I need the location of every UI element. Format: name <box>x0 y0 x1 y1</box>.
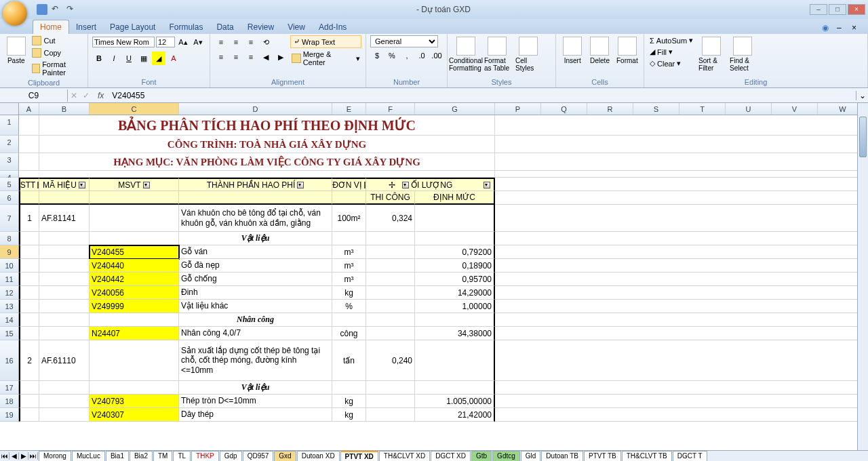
orientation-button[interactable]: ⟲ <box>259 35 273 49</box>
align-top-button[interactable]: ≡ <box>214 35 228 49</box>
cell[interactable]: Thép tròn D<=10mm <box>179 395 332 408</box>
cell[interactable] <box>366 313 415 327</box>
cell[interactable] <box>39 327 90 340</box>
cell[interactable]: Sản xuất lắp dựng cốt thép bê tông tại c… <box>179 340 332 381</box>
merge-center-button[interactable]: Merge & Center ▾ <box>290 49 361 67</box>
row-header[interactable]: 5 <box>0 178 19 191</box>
cell[interactable]: N24407 <box>90 327 179 340</box>
filter-icon[interactable] <box>402 182 409 188</box>
cell[interactable]: V240056 <box>90 286 179 300</box>
cell[interactable] <box>19 273 39 286</box>
delete-cells-button[interactable]: Delete <box>587 35 612 66</box>
row-header[interactable]: 8 <box>0 232 19 245</box>
cell[interactable]: 1 <box>19 205 39 232</box>
cell[interactable] <box>366 286 415 300</box>
comma-button[interactable]: , <box>400 49 414 62</box>
cell[interactable] <box>495 313 868 327</box>
cell[interactable] <box>495 381 868 395</box>
vertical-scrollbar[interactable] <box>857 103 868 450</box>
cell[interactable]: V240307 <box>90 408 179 422</box>
conditional-formatting-button[interactable]: Conditional Formatting <box>452 35 480 73</box>
filter-icon[interactable] <box>143 182 150 188</box>
cell[interactable] <box>366 273 415 286</box>
cell[interactable]: V249999 <box>90 300 179 313</box>
minimize-ribbon-icon[interactable]: – <box>837 23 848 34</box>
worksheet-grid[interactable]: 1 BẢNG PHÂN TÍCH HAO PHÍ THEO ĐỊNH MỨC 2… <box>0 115 868 450</box>
th-msvt[interactable]: MSVT <box>90 178 179 191</box>
cell[interactable] <box>19 327 39 340</box>
clear-button[interactable]: ◇ Clear ▾ <box>648 58 694 68</box>
col-header[interactable]: Q <box>541 103 587 115</box>
expand-formula-bar[interactable]: ⌄ <box>856 91 868 100</box>
col-header[interactable]: T <box>679 103 726 115</box>
sheet-tab[interactable]: TL <box>173 451 191 461</box>
select-all-button[interactable] <box>0 103 19 115</box>
cell-styles-button[interactable]: Cell Styles <box>514 35 542 73</box>
format-painter-button[interactable]: Format Painter <box>31 60 83 77</box>
cell[interactable]: Gỗ chống <box>179 273 332 286</box>
cancel-formula-icon[interactable]: ✕ <box>68 91 80 100</box>
cell[interactable] <box>39 232 90 245</box>
align-bottom-button[interactable]: ≡ <box>244 35 258 49</box>
cell[interactable] <box>415 313 495 327</box>
cell[interactable] <box>495 340 868 381</box>
cell[interactable]: kg <box>332 286 366 300</box>
ribbon-tab-page-layout[interactable]: Page Layout <box>103 20 162 34</box>
prev-sheet-button[interactable]: ◀ <box>9 452 19 460</box>
sheet-tab[interactable]: THKP <box>191 451 219 461</box>
cell[interactable] <box>90 232 179 245</box>
cell[interactable]: 1.005,00000 <box>415 395 495 408</box>
number-format-select[interactable]: General <box>370 35 438 47</box>
cell[interactable] <box>332 232 366 245</box>
fill-color-button[interactable]: ◢ <box>152 52 165 65</box>
align-middle-button[interactable]: ≡ <box>229 35 243 49</box>
office-button[interactable] <box>3 1 27 26</box>
help-icon[interactable]: ◉ <box>822 23 833 34</box>
col-header[interactable]: U <box>726 103 772 115</box>
th-donvi[interactable]: ĐƠN VỊ <box>332 178 366 191</box>
increase-decimal-button[interactable]: .0 <box>415 49 429 62</box>
insert-cells-button[interactable]: Insert <box>560 35 585 66</box>
cell[interactable] <box>19 381 39 395</box>
th-oiluong[interactable]: ✢ ỐI LƯỢNG <box>366 178 495 191</box>
cell[interactable] <box>415 205 495 232</box>
col-header[interactable]: P <box>495 103 541 115</box>
fx-icon[interactable]: fx <box>92 91 109 100</box>
cell[interactable] <box>90 313 179 327</box>
increase-indent-button[interactable]: ▶ <box>274 50 288 64</box>
th-dinhmuc[interactable]: ĐỊNH MỨC <box>415 191 495 205</box>
ribbon-tab-data[interactable]: Data <box>210 20 240 34</box>
sheet-tab[interactable]: Gxd <box>274 451 296 461</box>
cell[interactable] <box>39 381 90 395</box>
cell[interactable]: Nhân công <box>179 313 332 327</box>
report-subtitle-2[interactable]: HẠNG MỤC: VĂN PHÒNG LÀM VIỆC CÔNG TY GIÁ… <box>39 153 495 171</box>
col-header[interactable]: D <box>179 103 332 115</box>
cell[interactable]: Gỗ đà nẹp <box>179 259 332 273</box>
cell[interactable]: Vật liệu khác <box>179 300 332 313</box>
cell[interactable] <box>39 313 90 327</box>
cell[interactable] <box>366 259 415 273</box>
row-header[interactable]: 17 <box>0 381 19 395</box>
cell[interactable]: 14,29000 <box>415 286 495 300</box>
sheet-tab[interactable]: Gld <box>521 451 541 461</box>
row-header[interactable]: 4 <box>0 171 19 178</box>
ribbon-tab-insert[interactable]: Insert <box>69 20 103 34</box>
close-button[interactable]: × <box>848 4 865 15</box>
cell[interactable]: Gỗ ván <box>179 245 332 259</box>
ribbon-tab-home[interactable]: Home <box>33 20 69 34</box>
cell[interactable] <box>495 286 868 300</box>
cell[interactable] <box>332 313 366 327</box>
percent-button[interactable]: % <box>385 49 399 62</box>
row-header[interactable]: 14 <box>0 313 19 327</box>
close-workbook-icon[interactable]: × <box>852 23 863 34</box>
filter-icon[interactable] <box>484 182 490 188</box>
cell[interactable] <box>19 245 39 259</box>
ribbon-tab-add-ins[interactable]: Add-Ins <box>312 20 353 34</box>
cell[interactable]: 1,00000 <box>415 300 495 313</box>
th-stt[interactable]: STT <box>19 178 39 191</box>
report-title[interactable]: BẢNG PHÂN TÍCH HAO PHÍ THEO ĐỊNH MỨC <box>39 115 495 136</box>
cell[interactable]: V240442 <box>90 273 179 286</box>
formula-input[interactable]: V240455 <box>109 91 856 100</box>
cell[interactable]: 0,324 <box>366 205 415 232</box>
cell[interactable] <box>495 408 868 422</box>
